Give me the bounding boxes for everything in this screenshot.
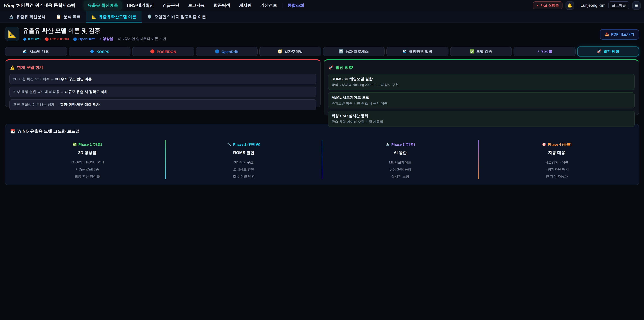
phase-1-label: ✅ Phase 1 (완료) [72, 142, 102, 147]
nav-item-board[interactable]: 게시판 [235, 1, 255, 10]
roadmap-phase-3: 🔬 Phase 3 (계획) AI 융합 ML 서로게이트 위성 SAR 동화 … [322, 139, 478, 180]
lightning-icon: ⚡ [99, 37, 101, 41]
phase-4-name: 자동 대응 [479, 150, 634, 156]
section-tab-bar: 🌊 시스템 개요 🔷 KOSPS 🔴 POSEIDON 🔵 OpenDrift … [5, 47, 639, 56]
red-circle-icon: 🔴 [45, 37, 49, 41]
red-circle-icon: 🔴 [150, 49, 155, 54]
section-tab-development-direction[interactable]: 🚀 발전 방향 [577, 47, 639, 56]
roadmap-phase-2: 🔧 Phase 2 (진행중) ROMS 결합 3D 수직 구조 고해상도 연안… [166, 139, 322, 180]
nav-item-emergency-rescue[interactable]: 긴급구난 [159, 1, 183, 10]
phase-line: 3D 수직 구조 [166, 159, 322, 166]
app-brand[interactable]: Wing 해양환경 위기대응 통합시스템 [3, 2, 76, 9]
blue-diamond-icon: 🔷 [90, 49, 94, 54]
divider [79, 3, 79, 8]
section-tab-label: 발전 방향 [604, 49, 619, 54]
direction-item: ROMS 3D 해양모델 결합 광역→상세역 Nesting 200m급 고해상… [328, 74, 634, 90]
divider [577, 3, 578, 8]
hamburger-icon: ≡ [635, 3, 638, 8]
section-tab-weathering-process[interactable]: 🔄 풍화 프로세스 [323, 47, 385, 56]
roadmap-title: 📅 WING 유출유 모델 고도화 로드맵 [10, 129, 634, 134]
limitation-lead: 2D 표층 확산 모의 위주 → [13, 77, 54, 81]
sub-tab-bar: 🔬 유출유 확산분석 📋 분석 목록 📐 유출유확산모델 이론 🛡️ 오일펜스 … [0, 11, 644, 23]
section-tab-label: 시스템 개요 [30, 49, 49, 54]
development-direction-card: 🚀 발전 방향 ROMS 3D 해양모델 결합 광역→상세역 Nesting 2… [324, 59, 639, 115]
section-tab-label: 해양환경 입력 [409, 49, 432, 54]
incident-status-label: 사고 진행중 [540, 3, 559, 8]
limitation-item: 2D 표층 확산 모의 위주 → 3D 수직 구조 반영 미흡 [10, 74, 316, 84]
tab-label: 유출유확산모델 이론 [99, 14, 136, 20]
section-tab-model-validation[interactable]: ✅ 모델 검증 [450, 47, 512, 56]
phase-label-text: Phase 1 (완료) [78, 142, 102, 147]
page-header-left: 📐 유출유 확산 모델 이론 및 검증 🔷 KOSPS 🔴 POSEIDON 🔵 [5, 27, 166, 41]
check-icon: ✅ [72, 143, 77, 146]
microscope-icon: 🔬 [9, 15, 14, 19]
blue-diamond-icon: 🔷 [23, 37, 27, 41]
nav-item-hns-diffusion[interactable]: HNS·대기확산 [123, 1, 158, 10]
limitation-emphasis: 3D 수직 구조 반영 미흡 [55, 77, 92, 81]
incident-status-badge[interactable]: ● 사고 진행중 [533, 1, 563, 10]
status-dot-icon: ● [537, 4, 538, 7]
direction-item-title: AI/ML 서로게이트 모델 [332, 95, 631, 100]
shield-icon: 🛡️ [147, 15, 152, 19]
clipboard-icon: 📋 [56, 15, 61, 19]
hamburger-menu-button[interactable]: ≡ [632, 1, 641, 10]
top-nav: Wing 해양환경 위기대응 통합시스템 유출유 확산예측 HNS·대기확산 긴… [0, 0, 644, 11]
notification-bell-button[interactable]: 🔔 [566, 1, 574, 10]
tab-analysis-list[interactable]: 📋 분석 목록 [51, 11, 86, 23]
direction-item: AI/ML 서로게이트 모델 수치모델 학습 기반 수초 내 근사 예측 [328, 92, 634, 108]
phase-label-text: Phase 2 (진행중) [233, 142, 260, 147]
roadmap-title-text: WING 유출유 모델 고도화 로드맵 [18, 129, 80, 134]
card-title-text: 현재 모델 한계 [17, 65, 43, 71]
badge-label: 앙상블 [103, 37, 113, 41]
limitation-lead: 기상·해양 결합 피드백 미적용 → [13, 90, 64, 94]
bell-icon: 🔔 [567, 3, 572, 8]
nav-item-reports[interactable]: 보고자료 [184, 1, 208, 10]
section-tab-label: KOSPS [96, 50, 109, 54]
section-tab-kosps[interactable]: 🔷 KOSPS [68, 47, 130, 56]
card-title-text: 발전 방향 [336, 65, 353, 71]
phase-2-name: ROMS 결합 [166, 150, 322, 156]
phase-line: 실시간 보정 [322, 173, 478, 180]
tab-label: 유출유 확산분석 [16, 14, 46, 20]
pdf-export-button[interactable]: 📤 PDF 내보내기 [600, 29, 639, 40]
section-tab-ensemble[interactable]: ⚡ 앙상블 [514, 47, 576, 56]
section-tab-label: 앙상블 [541, 49, 552, 54]
section-tab-particle-tracking[interactable]: 🧭 입자추적법 [259, 47, 321, 56]
rocket-icon: 🚀 [328, 66, 333, 70]
phase-label-text: Phase 3 (계획) [391, 142, 415, 147]
wing-logo: Wing [3, 3, 14, 8]
badge-ensemble: ⚡ 앙상블 [99, 37, 113, 41]
direction-item: 위성 SAR 실시간 동화 관측 유막 데이터 모델 보정 자동화 [328, 111, 634, 127]
nav-item-integrated-search[interactable]: 통합조회 [284, 1, 308, 10]
badge-opendrift: 🔵 OpenDrift [73, 37, 95, 41]
page-header: 📐 유출유 확산 모델 이론 및 검증 🔷 KOSPS 🔴 POSEIDON 🔵 [0, 23, 644, 43]
nav-item-aerial-search[interactable]: 항공탐색 [210, 1, 234, 10]
tab-oil-fence-algorithm[interactable]: 🛡️ 오일펜스 배치 알고리즘 이론 [142, 11, 211, 23]
compass-icon: 🧭 [278, 49, 282, 54]
phase-line: 위성 SAR 동화 [322, 166, 478, 173]
section-tab-marine-env-input[interactable]: 🌊 해양환경 입력 [386, 47, 448, 56]
direction-card-title: 🚀 발전 방향 [328, 65, 634, 71]
section-tab-system-overview[interactable]: 🌊 시스템 개요 [5, 47, 67, 56]
nav-item-oil-spill-prediction[interactable]: 유출유 확산예측 [84, 1, 122, 10]
blue-circle-icon: 🔵 [73, 37, 77, 41]
tab-spill-analysis[interactable]: 🔬 유출유 확산분석 [3, 11, 51, 23]
section-tab-poseidon[interactable]: 🔴 POSEIDON [132, 47, 194, 56]
microscope-icon: 🔬 [386, 143, 390, 146]
tab-label: 오일펜스 배치 알고리즘 이론 [154, 14, 206, 20]
logout-button[interactable]: 로그아웃 [608, 1, 629, 10]
nav-item-weather-info[interactable]: 기상정보 [256, 1, 281, 10]
section-tab-opendrift[interactable]: 🔵 OpenDrift [196, 47, 258, 56]
limitation-lead: 조류 조화상수 분해능 한계 → [13, 103, 59, 107]
tab-spill-model-theory[interactable]: 📐 유출유확산모델 이론 [86, 11, 142, 23]
section-tab-label: POSEIDON [157, 50, 176, 54]
check-icon: ✅ [470, 49, 474, 54]
section-tab-label: 모델 검증 [476, 49, 492, 54]
wave-icon: 🌊 [402, 49, 407, 54]
page-subtitle: 라그랑지안 입자추적 이론 기반 [118, 37, 166, 41]
cycle-arrows-icon: 🔄 [339, 49, 344, 54]
pdf-export-label: PDF 내보내기 [611, 32, 634, 37]
section-tab-label: 풍화 프로세스 [346, 49, 368, 54]
limitation-emphasis: 대규모 유출 시 정확도 저하 [65, 90, 108, 94]
phase-1-name: 2D 앙상블 [10, 150, 165, 156]
